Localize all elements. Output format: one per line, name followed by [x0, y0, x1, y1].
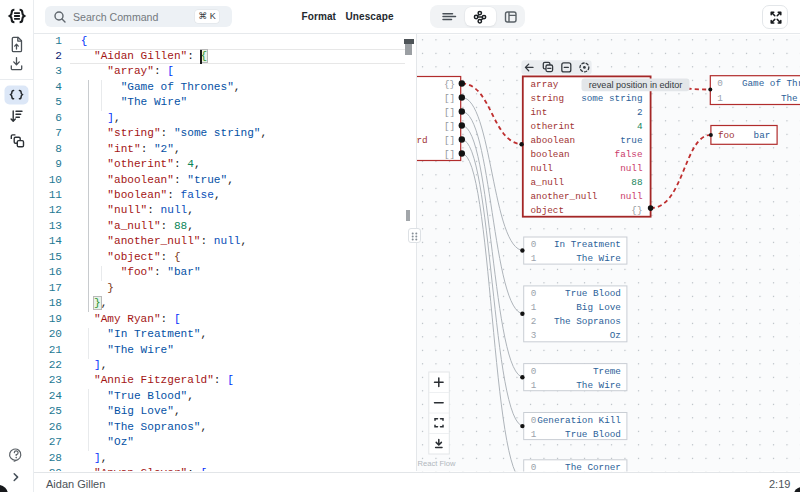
- svg-text:a_null: a_null: [531, 177, 565, 188]
- svg-text:1: 1: [531, 429, 537, 440]
- svg-text:aboolean: aboolean: [531, 135, 576, 146]
- svg-text:Big Love: Big Love: [576, 302, 621, 313]
- svg-text:Treme: Treme: [593, 366, 621, 377]
- svg-text:1: 1: [531, 302, 537, 313]
- svg-text:0: 0: [531, 288, 537, 299]
- svg-text:{}: {}: [444, 79, 455, 90]
- svg-text:string: string: [531, 93, 564, 104]
- svg-text:true: true: [620, 135, 642, 146]
- svg-text:Game of Thrones: Game of Thrones: [742, 78, 800, 89]
- svg-text:0: 0: [717, 78, 723, 89]
- svg-text:The Wire: The Wire: [576, 380, 621, 391]
- svg-text:88: 88: [631, 177, 642, 188]
- svg-text:rd: rd: [417, 135, 428, 146]
- svg-text:{}: {}: [631, 205, 642, 216]
- svg-text:array: array: [531, 79, 559, 90]
- svg-text:0: 0: [531, 366, 537, 377]
- svg-text:null: null: [620, 163, 643, 174]
- svg-text:null: null: [531, 163, 554, 174]
- svg-text:some string: some string: [581, 93, 642, 104]
- svg-text:[]: []: [444, 149, 455, 160]
- svg-text:4: 4: [637, 121, 643, 132]
- svg-text:React Flow: React Flow: [418, 459, 456, 468]
- svg-text:The Wire: The Wire: [781, 93, 800, 104]
- svg-text:otherint: otherint: [531, 121, 576, 132]
- svg-text:[]: []: [444, 107, 455, 118]
- svg-text:1: 1: [531, 380, 537, 391]
- svg-text:3: 3: [531, 330, 537, 341]
- svg-text:false: false: [615, 149, 643, 160]
- svg-text:another_null: another_null: [531, 191, 598, 202]
- svg-text:0: 0: [531, 415, 537, 426]
- svg-text:object: object: [531, 205, 564, 216]
- svg-text:1: 1: [717, 93, 723, 104]
- svg-text:[]: []: [444, 135, 455, 146]
- svg-text:2: 2: [531, 316, 537, 327]
- svg-text:reveal position in editor: reveal position in editor: [589, 80, 683, 90]
- svg-text:Oz: Oz: [610, 330, 621, 341]
- svg-text:The Sopranos: The Sopranos: [554, 316, 621, 327]
- svg-text:boolean: boolean: [531, 149, 570, 160]
- svg-text:True Blood: True Blood: [565, 288, 621, 299]
- svg-text:int: int: [531, 107, 548, 118]
- svg-text:null: null: [620, 191, 643, 202]
- svg-text:bar: bar: [754, 130, 771, 141]
- svg-text:[]: []: [444, 121, 455, 132]
- svg-text:2: 2: [637, 107, 643, 118]
- svg-text:The Wire: The Wire: [576, 253, 621, 264]
- svg-text:In Treatment: In Treatment: [554, 239, 621, 250]
- svg-text:True Blood: True Blood: [565, 429, 621, 440]
- svg-text:0: 0: [531, 239, 537, 250]
- svg-text:[]: []: [444, 93, 455, 104]
- svg-text:foo: foo: [718, 130, 735, 141]
- svg-text:1: 1: [531, 253, 537, 264]
- svg-text:Generation Kill: Generation Kill: [537, 415, 621, 426]
